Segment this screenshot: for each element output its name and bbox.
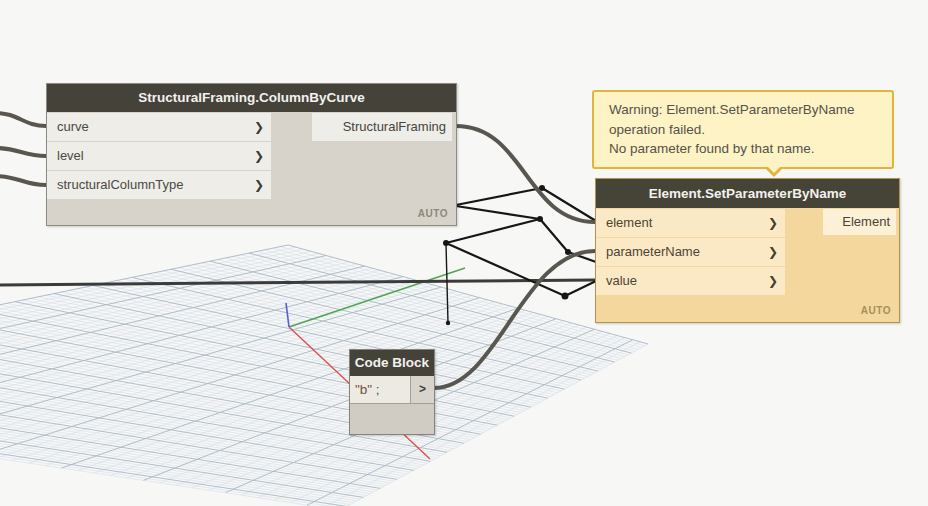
chevron-right-icon: ❯ [254, 113, 264, 141]
geometry-wireframe-edge [540, 219, 568, 252]
code-block-editor[interactable]: "b" ; [350, 376, 410, 403]
code-punctuation: ; [372, 382, 380, 397]
port-label: StructuralFraming [343, 119, 446, 134]
output-port-element[interactable]: Element [823, 209, 896, 235]
port-label: Element [842, 214, 890, 229]
warning-tooltip: Warning: Element.SetParameterByName oper… [592, 90, 894, 169]
dynamo-workspace-canvas[interactable]: StructuralFraming.ColumnByCurve curve ❯ … [0, 0, 928, 506]
wire[interactable] [0, 148, 46, 156]
port-label: structuralColumnType [47, 177, 183, 192]
node-title: Code Block [355, 355, 429, 370]
geometry-vertex-dot [446, 321, 450, 325]
code-string-literal: "b" [355, 382, 372, 397]
geometry-wireframe-edge [446, 243, 565, 296]
chevron-right-icon: > [419, 382, 426, 396]
wire[interactable] [0, 280, 595, 285]
geometry-wireframe-edge [456, 188, 542, 205]
node-title-bar[interactable]: StructuralFraming.ColumnByCurve [47, 84, 456, 112]
chevron-right-icon: ❯ [768, 209, 778, 237]
input-port-level[interactable]: level ❯ [47, 142, 271, 170]
geometry-wireframe-edge [456, 206, 540, 219]
node-element-setparameterbyname[interactable]: Element.SetParameterByName element ❯ par… [595, 178, 900, 323]
port-label: element [596, 215, 652, 230]
chevron-right-icon: ❯ [768, 238, 778, 266]
input-port-element[interactable]: element ❯ [596, 209, 785, 237]
input-port-parametername[interactable]: parameterName ❯ [596, 238, 785, 266]
chevron-right-icon: ❯ [254, 142, 264, 170]
node-code-block[interactable]: Code Block "b" ; > [349, 349, 435, 435]
input-port-structuralcolumntype[interactable]: structuralColumnType ❯ [47, 171, 271, 199]
background-grid-line [15, 302, 531, 407]
wire[interactable] [0, 113, 46, 126]
node-title: Element.SetParameterByName [649, 186, 846, 201]
geometry-vertex-dot [537, 216, 543, 222]
input-port-curve[interactable]: curve ❯ [47, 113, 271, 141]
node-title-bar[interactable]: Code Block [350, 350, 434, 376]
port-label: curve [47, 119, 89, 134]
background-grid-line [0, 247, 296, 396]
background-grid-line [0, 391, 347, 506]
node-title-bar[interactable]: Element.SetParameterByName [596, 179, 899, 208]
warning-text-line: operation failed. [609, 120, 892, 140]
wire[interactable] [0, 176, 46, 185]
node-structuralframing-columnbycurve[interactable]: StructuralFraming.ColumnByCurve curve ❯ … [46, 83, 457, 226]
node-title: StructuralFraming.ColumnByCurve [138, 90, 365, 105]
geometry-vertex-dot [443, 240, 449, 246]
chevron-right-icon: ❯ [254, 171, 264, 199]
port-label: level [47, 148, 84, 163]
background-grid-line [93, 285, 564, 389]
chevron-right-icon: ❯ [768, 267, 778, 295]
input-port-value[interactable]: value ❯ [596, 267, 785, 295]
geometry-wireframe-edge [446, 219, 540, 243]
lacing-badge: AUTO [418, 208, 448, 219]
lacing-badge: AUTO [861, 305, 891, 316]
port-label: value [596, 273, 637, 288]
code-block-output-port[interactable]: > [410, 376, 434, 403]
warning-text-line: Warning: Element.SetParameterByName [609, 100, 892, 120]
output-port-structuralframing[interactable]: StructuralFraming [312, 113, 452, 141]
port-label: parameterName [596, 244, 700, 259]
tooltip-pointer [764, 167, 784, 177]
geometry-vertex-dot [565, 249, 571, 255]
geometry-vertex-dot [562, 293, 569, 300]
warning-text-line: No parameter found by that name. [609, 139, 892, 159]
geometry-wireframe-edge [565, 281, 596, 296]
